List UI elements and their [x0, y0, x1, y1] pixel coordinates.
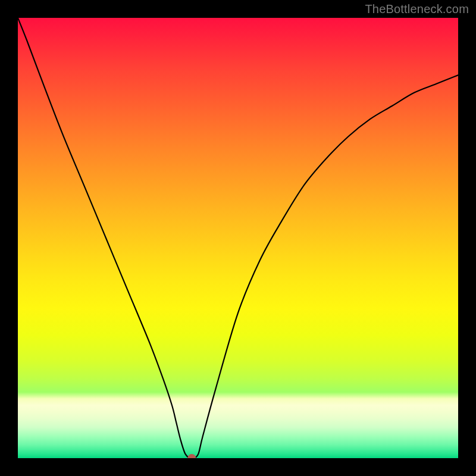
watermark-text: TheBottleneck.com: [365, 2, 469, 16]
chart-svg: [18, 18, 458, 458]
optimum-marker: [187, 454, 196, 458]
bottleneck-curve: [18, 18, 458, 458]
chart-plot-area: [18, 18, 458, 458]
